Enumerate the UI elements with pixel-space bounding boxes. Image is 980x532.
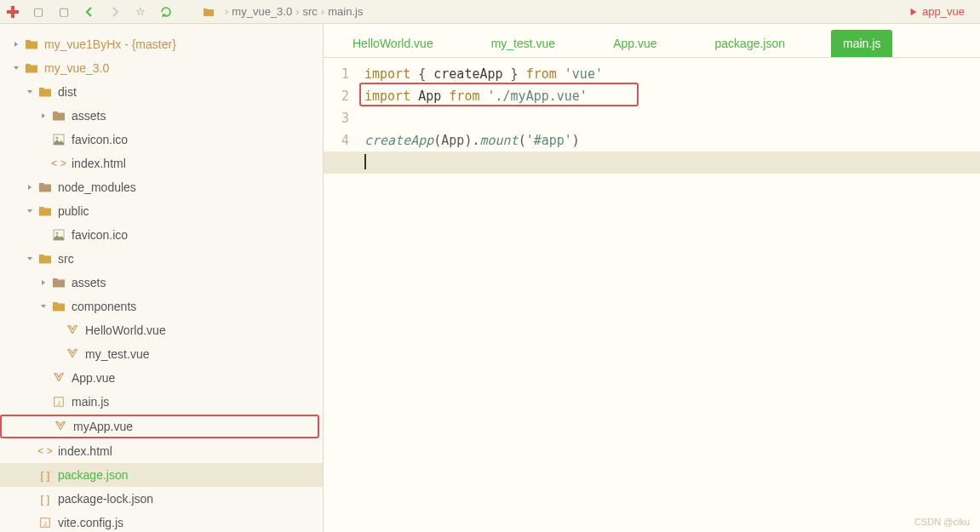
tree-arrow-icon[interactable] — [37, 110, 49, 122]
chevron-icon: › — [321, 5, 324, 18]
tree-mainjs[interactable]: Jmain.js — [0, 390, 323, 414]
svg-point-5 — [56, 232, 59, 235]
tree-item-label: package-lock.json — [58, 492, 323, 506]
tree-src-assets[interactable]: assets — [0, 271, 323, 295]
tree-arrow-icon[interactable] — [37, 157, 49, 169]
vue-icon — [65, 346, 80, 362]
tree-arrow-icon[interactable] — [24, 445, 36, 457]
tree-index-root[interactable]: < >index.html — [0, 439, 323, 463]
tree-packagelock[interactable]: [ ]package-lock.json — [0, 487, 323, 511]
tab-mainjs[interactable]: main.js — [831, 30, 892, 57]
tree-item-label: my_vue1ByHx - {master} — [44, 37, 323, 51]
tree-item-label: package.json — [58, 468, 323, 482]
tree-favicon-public[interactable]: favicon.ico — [0, 223, 323, 247]
tree-favicon-dist[interactable]: favicon.ico — [0, 128, 323, 152]
line-number: 4 — [324, 129, 349, 152]
breadcrumb-project[interactable]: my_vue_3.0 — [232, 5, 292, 18]
tree-item-label: dist — [58, 85, 323, 99]
new-file-icon[interactable] — [5, 4, 20, 20]
run-icon — [908, 7, 919, 17]
tree-arrow-icon[interactable] — [37, 229, 49, 241]
tree-viteconfig[interactable]: Jvite.config.js — [0, 511, 323, 532]
tree-mytest[interactable]: my_test.vue — [0, 342, 323, 366]
tree-arrow-icon[interactable] — [24, 469, 36, 481]
tree-arrow-icon[interactable] — [51, 348, 63, 360]
tree-arrow-icon[interactable] — [10, 62, 22, 74]
copy-icon[interactable]: ▢ — [31, 4, 46, 20]
editor-content[interactable]: 12345 import { createApp } from 'vue'imp… — [324, 58, 980, 532]
refresh-icon[interactable] — [158, 4, 174, 20]
back-icon[interactable] — [82, 4, 97, 20]
code-line[interactable] — [364, 107, 980, 129]
breadcrumb-file[interactable]: main.js — [328, 5, 363, 18]
code-line[interactable]: import { createApp } from 'vue' — [364, 63, 980, 85]
svg-text:J: J — [57, 400, 60, 406]
tree-components[interactable]: components — [0, 295, 323, 318]
project-tree[interactable]: my_vue1ByHx - {master}my_vue_3.0distasse… — [0, 24, 324, 532]
code-line[interactable] — [364, 152, 980, 174]
folder-icon — [51, 299, 66, 314]
tree-arrow-icon[interactable] — [24, 205, 36, 217]
star-icon[interactable]: ☆ — [133, 4, 148, 20]
tree-arrow-icon[interactable] — [51, 324, 63, 336]
folder-closed-icon — [37, 180, 53, 195]
tree-item-label: components — [72, 300, 323, 313]
tree-node-modules[interactable]: node_modules — [0, 175, 323, 199]
tree-arrow-icon[interactable] — [24, 181, 36, 193]
tree-arrow-icon[interactable] — [39, 420, 51, 432]
forward-icon[interactable] — [107, 4, 123, 20]
watermark: CSDN @ciku — [914, 517, 970, 527]
code-line[interactable]: createApp(App).mount('#app') — [364, 129, 980, 152]
code-line[interactable]: import App from './myApp.vue' — [364, 85, 980, 107]
folder-icon — [24, 60, 39, 76]
html-icon: < > — [37, 443, 53, 459]
paste-icon[interactable]: ▢ — [56, 4, 72, 20]
tree-arrow-icon[interactable] — [24, 517, 36, 529]
chevron-icon: › — [295, 5, 299, 18]
right-tab-appvue[interactable]: app_vue — [898, 2, 975, 21]
tree-item-label: favicon.ico — [72, 228, 323, 242]
breadcrumb[interactable]: › my_vue_3.0 › src › main.js — [201, 4, 363, 20]
tree-item-label: assets — [72, 109, 323, 123]
tab-mytest[interactable]: my_test.vue — [479, 30, 567, 57]
tree-item-label: favicon.ico — [72, 133, 323, 146]
tree-arrow-icon[interactable] — [37, 300, 49, 312]
tree-dist-assets[interactable]: assets — [0, 104, 323, 128]
tree-arrow-icon[interactable] — [24, 86, 36, 98]
tree-arrow-icon[interactable] — [24, 253, 36, 265]
line-gutter: 12345 — [324, 58, 358, 532]
line-number: 2 — [324, 85, 349, 107]
breadcrumb-folder[interactable]: src — [303, 5, 318, 18]
tree-arrow-icon[interactable] — [37, 396, 49, 408]
tree-item-label: my_test.vue — [85, 347, 323, 361]
tree-public[interactable]: public — [0, 199, 323, 223]
vue-icon — [65, 323, 80, 338]
tree-app[interactable]: App.vue — [0, 366, 323, 390]
tree-helloworld[interactable]: HelloWorld.vue — [0, 318, 323, 342]
tab-packagejson[interactable]: package.json — [703, 30, 798, 57]
line-number: 1 — [324, 63, 349, 85]
tree-packagejson[interactable]: [ ]package.json — [0, 463, 323, 487]
js-icon: J — [51, 394, 66, 409]
tree-arrow-icon[interactable] — [10, 38, 22, 50]
tree-my-vue-30[interactable]: my_vue_3.0 — [0, 56, 323, 80]
top-toolbar: ▢ ▢ ☆ › my_vue_3.0 › src › main.js app_v… — [0, 0, 980, 24]
image-icon — [51, 132, 66, 147]
tree-index-dist[interactable]: < >index.html — [0, 152, 323, 175]
tree-arrow-icon[interactable] — [37, 134, 49, 146]
tree-dist[interactable]: dist — [0, 80, 323, 104]
tree-my-vue1byhx[interactable]: my_vue1ByHx - {master} — [0, 32, 323, 56]
code-area[interactable]: import { createApp } from 'vue'import Ap… — [358, 58, 980, 532]
tree-arrow-icon[interactable] — [24, 493, 36, 505]
tree-arrow-icon[interactable] — [37, 372, 49, 384]
tab-app[interactable]: App.vue — [601, 30, 668, 57]
tree-item-label: my_vue_3.0 — [44, 61, 323, 75]
tree-item-label: index.html — [72, 157, 323, 170]
tree-src[interactable]: src — [0, 247, 323, 271]
vue-icon — [51, 370, 66, 386]
tab-helloworld[interactable]: HelloWorld.vue — [341, 30, 445, 57]
tree-item-label: myApp.vue — [73, 420, 318, 433]
tree-arrow-icon[interactable] — [37, 277, 49, 289]
tree-myapp[interactable]: myApp.vue — [0, 415, 319, 438]
svg-point-3 — [56, 137, 59, 140]
